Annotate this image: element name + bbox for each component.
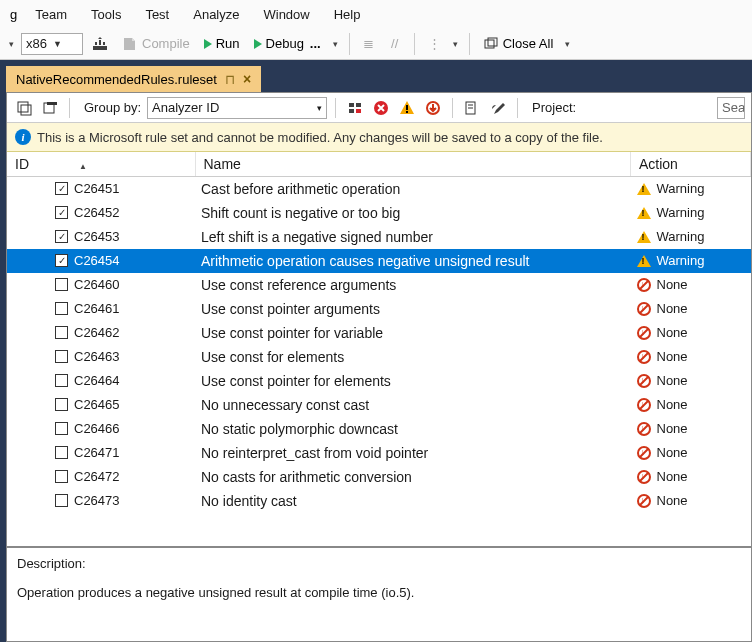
rule-row[interactable]: C26463Use const for elementsNone [7, 345, 751, 369]
none-filter-button[interactable] [422, 97, 444, 119]
rule-checkbox[interactable]: ✓ [55, 230, 68, 243]
rule-row[interactable]: C26461Use const pointer argumentsNone [7, 297, 751, 321]
rule-row[interactable]: ✓C26454Arithmetic operation causes negat… [7, 249, 751, 273]
rule-id: C26451 [74, 181, 120, 196]
rule-row[interactable]: C26462Use const pointer for variableNone [7, 321, 751, 345]
toolbar-overflow-2[interactable]: ▾ [450, 39, 461, 49]
rule-row[interactable]: ✓C26451Cast before arithmetic operationW… [7, 177, 751, 201]
rule-checkbox[interactable] [55, 350, 68, 363]
misc-button: ⋮ [423, 33, 446, 55]
project-label: Project: [526, 100, 578, 115]
none-icon [637, 398, 651, 412]
rule-id: C26464 [74, 373, 120, 388]
debug-button[interactable]: Debug ... [249, 33, 326, 55]
svg-rect-7 [18, 102, 28, 112]
column-name[interactable]: Name [195, 152, 631, 177]
error-filter-button[interactable] [370, 97, 392, 119]
rule-checkbox[interactable] [55, 374, 68, 387]
rule-checkbox[interactable] [55, 326, 68, 339]
svg-rect-11 [349, 103, 354, 107]
none-icon [637, 326, 651, 340]
close-all-button[interactable]: Close All [478, 33, 559, 55]
collapse-all-button[interactable] [39, 97, 61, 119]
rule-id: C26471 [74, 445, 120, 460]
rule-name: No casts for arithmetic conversion [195, 465, 631, 489]
menu-window[interactable]: Window [251, 3, 321, 26]
column-id[interactable]: ID [7, 152, 195, 177]
rule-row[interactable]: C26465No unnecessary const castNone [7, 393, 751, 417]
toolbar-overflow-1[interactable]: ▾ [330, 39, 341, 49]
rule-checkbox[interactable] [55, 494, 68, 507]
none-icon [637, 470, 651, 484]
tab-title: NativeRecommendedRules.ruleset [16, 72, 217, 87]
column-action[interactable]: Action [631, 152, 751, 177]
svg-rect-18 [406, 111, 408, 113]
run-button[interactable]: Run [199, 33, 245, 55]
rule-checkbox[interactable] [55, 398, 68, 411]
properties-button[interactable] [461, 97, 483, 119]
rule-name: Use const pointer for elements [195, 369, 631, 393]
rule-action: None [657, 445, 688, 460]
rule-action: None [657, 493, 688, 508]
rule-checkbox[interactable] [55, 422, 68, 435]
rule-checkbox[interactable] [55, 446, 68, 459]
pin-icon[interactable]: ⊓ [225, 72, 235, 87]
none-icon [637, 422, 651, 436]
rule-checkbox[interactable] [55, 302, 68, 315]
menu-help[interactable]: Help [322, 3, 373, 26]
document-tab[interactable]: NativeRecommendedRules.ruleset ⊓ × [6, 66, 261, 92]
rule-checkbox[interactable]: ✓ [55, 254, 68, 267]
rule-action: None [657, 421, 688, 436]
rule-row[interactable]: C26471No reinterpret_cast from void poin… [7, 441, 751, 465]
menu-tools[interactable]: Tools [79, 3, 133, 26]
menu-analyze[interactable]: Analyze [181, 3, 251, 26]
comment-button: // [384, 33, 406, 55]
search-input[interactable]: Sea [717, 97, 745, 119]
svg-rect-2 [99, 40, 101, 45]
close-icon[interactable]: × [243, 71, 251, 87]
build-button[interactable] [87, 33, 113, 55]
toolbar-overflow-left[interactable]: ▾ [6, 39, 17, 49]
rule-action: None [657, 349, 688, 364]
rule-action: Warning [657, 229, 705, 244]
menu-team[interactable]: Team [23, 3, 79, 26]
menu-fragment: g [4, 3, 23, 26]
rule-checkbox[interactable] [55, 278, 68, 291]
rule-row[interactable]: C26472No casts for arithmetic conversion… [7, 465, 751, 489]
none-icon [637, 302, 651, 316]
rule-row[interactable]: C26466No static polymorphic downcastNone [7, 417, 751, 441]
svg-rect-1 [95, 42, 97, 45]
indent-button: ≣ [358, 33, 380, 55]
expand-all-button[interactable] [13, 97, 35, 119]
rule-name: Use const for elements [195, 345, 631, 369]
rule-row[interactable]: C26464Use const pointer for elementsNone [7, 369, 751, 393]
rule-row[interactable]: C26460Use const reference argumentsNone [7, 273, 751, 297]
menu-test[interactable]: Test [133, 3, 181, 26]
rule-checkbox[interactable]: ✓ [55, 182, 68, 195]
rule-name: Arithmetic operation causes negative uns… [195, 249, 631, 273]
chevron-down-icon: ▾ [317, 103, 322, 113]
description-panel: Description: Operation produces a negati… [7, 546, 751, 641]
rule-action: None [657, 277, 688, 292]
group-by-dropdown[interactable]: Analyzer ID ▾ [147, 97, 327, 119]
filter-button[interactable] [344, 97, 366, 119]
rule-action: Warning [657, 253, 705, 268]
toolbar-overflow-3[interactable]: ▾ [562, 39, 573, 49]
warning-filter-button[interactable] [396, 97, 418, 119]
rule-row[interactable]: C26473No identity castNone [7, 489, 751, 513]
rules-grid[interactable]: ID Name Action ✓C26451Cast before arithm… [7, 152, 751, 546]
rule-row[interactable]: ✓C26453Left shift is a negative signed n… [7, 225, 751, 249]
rule-id: C26452 [74, 205, 120, 220]
tab-row: NativeRecommendedRules.ruleset ⊓ × [6, 66, 752, 92]
group-by-label: Group by: [78, 100, 143, 115]
svg-marker-4 [98, 37, 102, 39]
description-header: Description: [17, 556, 741, 571]
rule-name: Use const reference arguments [195, 273, 631, 297]
settings-button[interactable] [487, 97, 509, 119]
rule-checkbox[interactable] [55, 470, 68, 483]
rule-name: No unnecessary const cast [195, 393, 631, 417]
rule-checkbox[interactable]: ✓ [55, 206, 68, 219]
platform-combo[interactable]: x86 ▼ [21, 33, 83, 55]
none-icon [637, 374, 651, 388]
rule-row[interactable]: ✓C26452Shift count is negative or too bi… [7, 201, 751, 225]
